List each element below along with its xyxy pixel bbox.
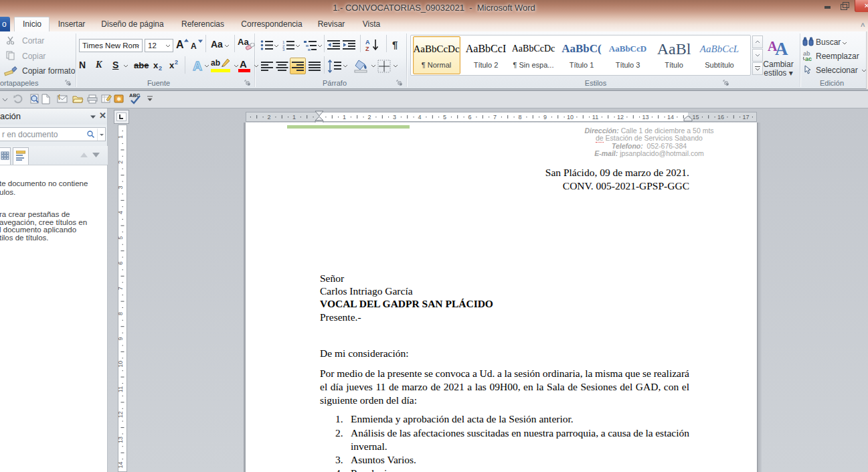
svg-text:12: 12 (118, 411, 124, 418)
svg-text:✱: ✱ (116, 96, 122, 102)
svg-text:4: 4 (118, 211, 124, 214)
svg-text:A: A (193, 59, 202, 73)
svg-text:17: 17 (742, 114, 749, 121)
svg-text:14: 14 (118, 462, 124, 469)
svg-text:9: 9 (543, 114, 547, 121)
svg-text:3: 3 (282, 48, 285, 52)
svg-text:2: 2 (118, 161, 124, 164)
svg-text:2: 2 (267, 114, 270, 121)
svg-text:15: 15 (692, 114, 699, 121)
svg-text:9: 9 (118, 337, 124, 341)
svg-text:11: 11 (118, 386, 124, 392)
svg-text:6: 6 (468, 114, 471, 121)
svg-text:Z: Z (365, 46, 369, 52)
svg-text:1: 1 (118, 135, 124, 139)
svg-text:6: 6 (118, 261, 124, 264)
svg-text:2: 2 (367, 114, 371, 121)
svg-text:11: 11 (592, 114, 598, 121)
svg-text:3: 3 (393, 114, 396, 121)
svg-text:7: 7 (493, 114, 497, 121)
svg-text:A: A (775, 39, 788, 56)
svg-text:3: 3 (118, 185, 124, 189)
svg-text:ac: ac (805, 56, 812, 62)
svg-text:4: 4 (418, 114, 421, 121)
svg-text:5: 5 (443, 114, 446, 121)
svg-text:1: 1 (343, 114, 346, 121)
svg-text:16: 16 (717, 114, 724, 121)
svg-text:13: 13 (642, 114, 648, 121)
svg-text:5: 5 (118, 236, 124, 240)
svg-text:10: 10 (118, 361, 124, 368)
svg-text:8: 8 (118, 312, 124, 315)
svg-text:7: 7 (118, 287, 124, 290)
svg-text:1: 1 (292, 114, 296, 121)
svg-text:13: 13 (118, 437, 124, 443)
svg-text:12: 12 (617, 114, 624, 121)
svg-text:10: 10 (567, 114, 574, 121)
svg-text:8: 8 (518, 114, 521, 121)
svg-text:A: A (365, 39, 370, 46)
svg-text:14: 14 (667, 114, 674, 121)
